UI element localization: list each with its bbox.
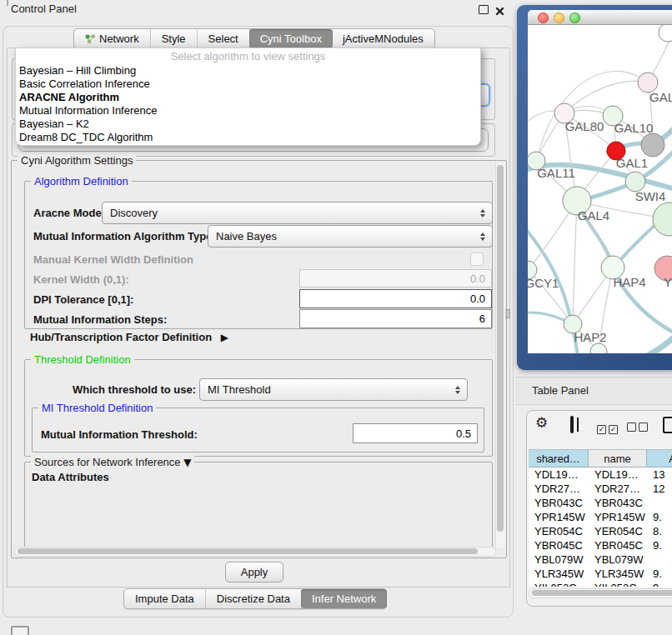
tab-cyni-toolbox[interactable]: Cyni Toolbox [249,29,333,48]
table-cell: YDR27… [589,482,647,496]
dpi-tolerance-label: DPI Tolerance [0,1]: [33,293,133,306]
node-label-hap2: HAP2 [574,330,606,344]
algorithm-option-bayesian-hill-climbing[interactable]: Bayesian – Hill Climbing [16,64,480,78]
document-icon[interactable] [663,417,672,433]
column-header-shared[interactable]: shared… [529,449,589,468]
kernel-width-field[interactable]: 0.0 [299,269,492,288]
close-traffic-light-icon[interactable] [538,12,549,23]
network-node[interactable] [659,25,672,42]
tab-network[interactable]: Network [74,29,151,48]
node-label-gal80: GAL80 [565,119,604,133]
table-row[interactable]: YLR345WYLR345W9. [529,567,672,581]
kernel-width-label: Kernel Width (0,1): [33,273,129,286]
table-cell: YBR045C [529,538,589,552]
algorithm-option-bayesian-k2[interactable]: Bayesian – K2 [16,118,480,131]
mi-type-select[interactable]: Naive Bayes [208,225,493,248]
gear-icon[interactable]: ⚙ [535,416,548,430]
aracne-mode-select[interactable]: Discovery [102,202,493,224]
network-node[interactable] [641,133,664,157]
bottom-tab-infer-network[interactable]: Infer Network [301,589,387,608]
column-header-name[interactable]: name [589,449,647,468]
control-panel-tabbar: NetworkStyleSelectCyni ToolboxjActiveMNo… [73,28,435,49]
tab-label: Network [99,32,139,45]
expanded-arrow-icon[interactable]: ▼ [183,457,191,468]
control-panel-title: Control Panel [11,2,77,15]
table-horizontal-scrollbar[interactable] [529,588,672,598]
table-row[interactable]: YBL079WYBL079W [529,552,672,567]
table-cell: YLR345W [529,567,589,581]
zoom-traffic-light-icon[interactable] [569,12,580,23]
algorithm-option-aracne-algorithm[interactable]: ARACNE Algorithm [16,91,480,104]
manual-kernel-checkbox[interactable] [470,252,484,266]
table-cell: YPR145W [589,510,647,524]
tab-style[interactable]: Style [151,29,198,48]
node-label-gcy1: GCY1 [528,276,559,290]
mi-steps-field[interactable]: 6 [299,309,492,328]
dpi-tolerance-field[interactable]: 0.0 [299,289,492,308]
table-cell: YIL052C [589,581,647,587]
node-label-gal11: GAL11 [537,166,575,180]
algorithm-option-mutual-information-inference[interactable]: Mutual Information Inference [16,104,480,118]
table-row[interactable]: YDL19…YDL19…13 [529,468,672,482]
minimized-panel-icon[interactable] [11,626,29,635]
tab-label: jActiveMNodules [343,32,424,45]
tab-label: Discretize Data [217,592,290,605]
hub-section-label[interactable]: Hub/Transcription Factor Definition ▶ [30,331,228,343]
table-cell: 12 [647,482,672,496]
mi-threshold-label: Mutual Information Threshold: [41,428,198,441]
minimize-traffic-light-icon[interactable] [554,12,564,23]
float-window-icon[interactable] [479,5,489,14]
table-panel-header: Table Panel [515,377,672,405]
mi-threshold-field[interactable]: 0.5 [353,423,478,443]
data-attributes-label: Data Attributes [32,471,109,483]
table-header-row: shared…nameA [529,449,672,468]
deselect-all-checkboxes-icon[interactable] [627,420,650,435]
mi-type-value: Naive Bayes [216,230,277,242]
column-header-a[interactable]: A [647,449,672,468]
algorithm-option-basic-correlation-inference[interactable]: Basic Correlation Inference [16,78,480,91]
tab-label: Infer Network [312,592,376,605]
node-label-y: Y [664,275,672,289]
table-row[interactable]: YDR27…YDR27…12 [529,482,672,496]
apply-button[interactable]: Apply [225,562,283,582]
table-row[interactable]: YIL052CYIL052C9 [529,581,672,587]
stepper-arrows-icon [480,209,485,218]
table-cell: YBL079W [589,552,647,567]
bottom-tab-discretize-data[interactable]: Discretize Data [206,589,302,608]
dropdown-options: Bayesian – Hill ClimbingBasic Correlatio… [16,64,480,144]
settings-vertical-scrollbar[interactable] [495,162,505,548]
manual-kernel-label: Manual Kernel Width Definition [33,253,193,266]
table-cell: YPR145W [529,510,589,524]
mi-type-label: Mutual Information Algorithm Type: [33,230,216,242]
table-row[interactable]: YBR045CYBR045C9. [529,538,672,552]
network-view-window: GALGAL80GAL10GAL1GAL11SWI4GAL4HAP4YGCY1H… [517,5,672,370]
dropdown-placeholder: Select algorithm to view settings [16,48,480,64]
select-all-checkboxes-icon[interactable]: ✓✓ [597,420,620,435]
network-canvas[interactable]: GALGAL80GAL10GAL1GAL11SWI4GAL4HAP4YGCY1H… [528,25,672,353]
table-row[interactable]: YBR043CYBR043C [529,496,672,510]
which-threshold-value: MI Threshold [208,383,271,396]
bottom-tab-impute-data[interactable]: Impute Data [124,589,206,608]
table-row[interactable]: YER054CYER054C8. [529,524,672,538]
table-cell: 9 [647,581,672,587]
tab-label: Cyni Toolbox [260,32,322,45]
sources-group-title: Sources for Network Inference ▼ [31,456,194,468]
control-panel-titlebar: Control Panel [0,0,515,18]
settings-horizontal-scrollbar[interactable] [14,547,496,557]
algorithm-option-dream8-dc-tdc-algorithm[interactable]: Dream8 DC_TDC Algorithm [16,131,480,144]
tab-select[interactable]: Select [198,29,250,48]
table-cell: YLR345W [589,567,647,581]
hub-section-text: Hub/Transcription Factor Definition [30,331,212,343]
network-node[interactable] [653,202,672,236]
network-window-titlebar[interactable] [528,10,672,25]
tab-jactivemnodules[interactable]: jActiveMNodules [332,29,434,48]
close-icon[interactable] [495,4,504,13]
threshold-definition-title: Threshold Definition [31,353,134,366]
application-root: Control Panel NetworkStyleSelectCyni Too… [0,0,672,635]
collapsed-arrow-icon[interactable]: ▶ [221,332,228,343]
table-cell: YBR043C [529,496,589,510]
which-threshold-select[interactable]: MI Threshold [199,378,468,401]
table-row[interactable]: YPR145WYPR145W9. [529,510,672,524]
node-label-swi4: SWI4 [635,189,666,203]
columns-icon[interactable] [570,416,574,433]
